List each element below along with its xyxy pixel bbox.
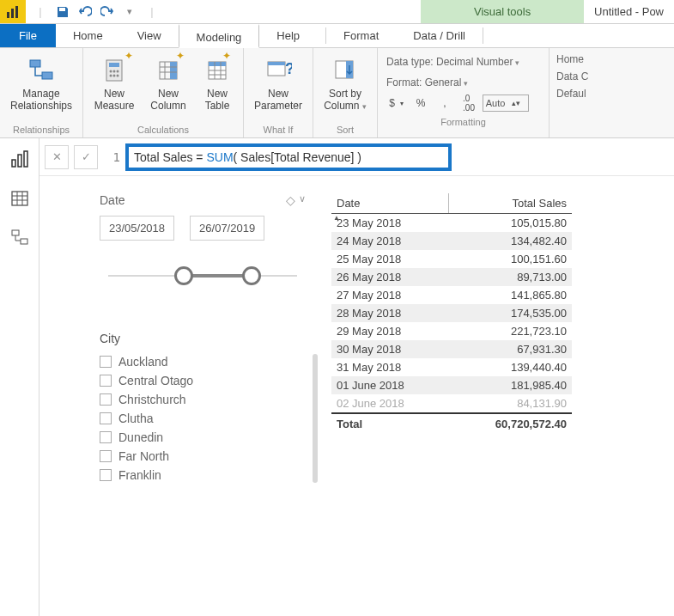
cell-date: 02 June 2018 — [331, 394, 449, 413]
checkbox-icon[interactable] — [100, 450, 112, 462]
table-row[interactable]: 26 May 201889,713.00 — [331, 268, 572, 286]
table-row[interactable]: 27 May 2018141,865.80 — [331, 286, 572, 304]
svg-rect-19 — [209, 62, 226, 66]
eraser-icon[interactable]: ◇ — [286, 193, 295, 207]
date-start-input[interactable]: 23/05/2018 — [100, 216, 174, 241]
contextual-tab-label: Visual tools — [421, 0, 584, 23]
tab-format[interactable]: Format — [326, 24, 396, 47]
group-sort: Sort — [320, 123, 370, 137]
checkbox-icon[interactable] — [100, 469, 112, 481]
checkbox-icon[interactable] — [100, 375, 112, 387]
formula-input[interactable]: Total Sales = SUM( Sales[Total Revenue] … — [125, 143, 452, 171]
format-dropdown[interactable]: Format: General — [386, 76, 468, 88]
svg-rect-37 — [12, 230, 19, 235]
tab-data-drill[interactable]: Data / Drill — [396, 24, 483, 47]
city-item[interactable]: Dunedin — [100, 428, 306, 447]
app-logo — [0, 0, 26, 23]
tab-file[interactable]: File — [0, 24, 56, 47]
cancel-formula-button[interactable]: ✕ — [45, 145, 69, 169]
svg-point-10 — [110, 75, 112, 77]
manage-relationships-button[interactable]: Manage Relationships — [7, 52, 76, 123]
decimal-places-input[interactable]: Auto ▴▾ — [483, 95, 529, 112]
checkbox-icon[interactable] — [100, 412, 112, 424]
model-view-icon[interactable] — [8, 226, 32, 250]
redo-icon[interactable] — [98, 3, 117, 21]
cell-date: 26 May 2018 — [331, 268, 449, 286]
save-icon[interactable] — [53, 3, 72, 21]
checkbox-icon[interactable] — [100, 356, 112, 368]
new-measure-button[interactable]: ✦ New Measure — [90, 52, 138, 123]
date-end-input[interactable]: 26/07/2019 — [190, 216, 264, 241]
table-row[interactable]: 29 May 2018221,723.10 — [331, 322, 572, 340]
cell-value: 141,865.80 — [449, 286, 572, 304]
table-row[interactable]: 23 May 2018105,015.80 — [331, 214, 572, 233]
cell-value: 84,131.90 — [449, 394, 572, 413]
city-item[interactable]: Auckland — [100, 352, 306, 371]
new-parameter-button[interactable]: ? New Parameter — [251, 52, 306, 123]
slicer-dropdown-icon[interactable]: ∨ — [299, 193, 306, 207]
table-row[interactable]: 25 May 2018100,151.60 — [331, 250, 572, 268]
svg-point-12 — [117, 75, 119, 77]
checkbox-icon[interactable] — [100, 393, 112, 406]
city-item[interactable]: Far North — [100, 447, 306, 466]
thousands-button[interactable]: , — [434, 95, 455, 112]
document-title: Untitled - Pow — [584, 0, 674, 23]
group-whatif: What If — [251, 123, 306, 137]
total-value: 60,720,572.40 — [449, 413, 572, 433]
cell-value: 139,440.40 — [449, 358, 572, 376]
table-row[interactable]: 24 May 2018134,482.40 — [331, 232, 572, 250]
table-row[interactable]: 30 May 201867,931.30 — [331, 340, 572, 358]
currency-button[interactable]: $ ▾ — [386, 95, 407, 112]
city-item[interactable]: Christchurch — [100, 390, 306, 409]
slider-handle-end[interactable] — [242, 266, 261, 285]
report-canvas[interactable]: Date ◇ ∨ 23/05/2018 26/07/2019 — [39, 176, 674, 616]
checkbox-icon[interactable] — [100, 431, 112, 443]
svg-rect-14 — [170, 62, 177, 79]
city-label: Dunedin — [118, 430, 163, 444]
city-label: Central Otago — [118, 374, 193, 387]
city-item[interactable]: Clutha — [100, 409, 306, 428]
data-type-dropdown[interactable]: Data type: Decimal Number — [386, 56, 519, 68]
sort-by-column-button[interactable]: Sort by Column ▾ — [320, 52, 370, 123]
cell-date: 27 May 2018 — [331, 286, 449, 304]
city-scrollbar[interactable] — [313, 354, 318, 483]
group-relationships: Relationships — [7, 123, 76, 137]
svg-rect-31 — [24, 151, 27, 167]
slider-handle-start[interactable] — [174, 266, 193, 285]
col-header-date[interactable]: Date — [331, 193, 449, 214]
cell-value: 100,151.60 — [449, 250, 572, 268]
table-row[interactable]: 31 May 2018139,440.40 — [331, 358, 572, 376]
data-view-icon[interactable] — [8, 186, 32, 210]
commit-formula-button[interactable]: ✓ — [74, 145, 98, 169]
city-item[interactable]: Central Otago — [100, 371, 306, 390]
data-category-label: Data C — [556, 70, 588, 82]
col-header-total-sales[interactable]: Total Sales — [449, 193, 572, 214]
cell-date: 29 May 2018 — [331, 322, 449, 340]
table-row[interactable]: 02 June 201884,131.90 — [331, 394, 572, 413]
tab-help[interactable]: Help — [259, 24, 317, 47]
svg-text:?: ? — [285, 60, 292, 77]
date-range-slider[interactable] — [108, 263, 297, 289]
undo-icon[interactable] — [76, 3, 94, 21]
cell-value: 221,723.10 — [449, 322, 572, 340]
table-row[interactable]: 01 June 2018181,985.40 — [331, 376, 572, 394]
tab-modeling[interactable]: Modeling — [179, 24, 260, 48]
new-table-button[interactable]: ✦ New Table — [198, 52, 236, 123]
table-row[interactable]: 28 May 2018174,535.00 — [331, 304, 572, 322]
ribbon-tabs: File Home View Modeling Help Format Data… — [0, 24, 674, 48]
new-column-button[interactable]: ✦ New Column — [147, 52, 190, 123]
sales-table-visual[interactable]: Date Total Sales 23 May 2018105,015.8024… — [331, 193, 572, 599]
tab-view[interactable]: View — [120, 24, 179, 47]
svg-rect-4 — [42, 72, 52, 79]
report-view-icon[interactable] — [8, 147, 32, 171]
tab-home[interactable]: Home — [56, 24, 120, 47]
city-item[interactable]: Franklin — [100, 466, 306, 485]
svg-point-11 — [113, 75, 116, 77]
percent-button[interactable]: % — [410, 95, 431, 112]
city-label: Far North — [118, 449, 169, 463]
qat-customize-icon[interactable]: ▾ — [120, 3, 139, 21]
view-switcher — [0, 138, 39, 616]
svg-rect-30 — [18, 155, 21, 167]
cell-date: 31 May 2018 — [331, 358, 449, 376]
svg-point-7 — [110, 70, 112, 73]
